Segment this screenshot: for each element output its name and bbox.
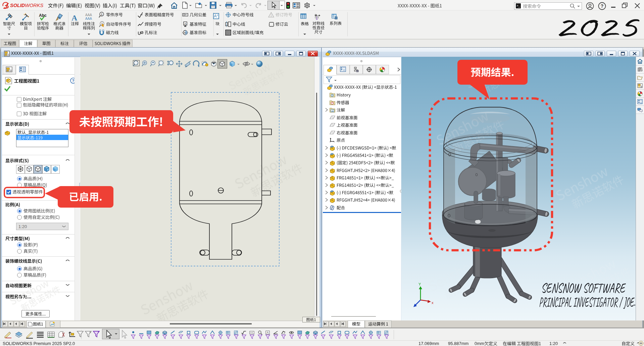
svg-text:x: x — [432, 301, 434, 305]
svg-text:Y: Y — [418, 282, 421, 286]
svg-text:A: A — [267, 331, 269, 334]
